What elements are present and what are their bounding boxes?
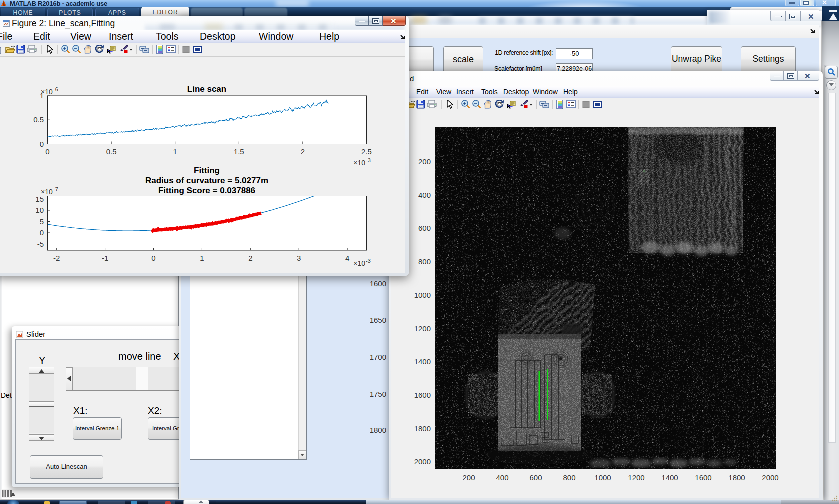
svg-text:-2: -2 [54, 254, 60, 262]
svg-text:2: 2 [248, 254, 252, 262]
svg-text:-6: -6 [54, 86, 58, 92]
svg-text:0: 0 [40, 228, 44, 237]
svg-text:Fitting: Fitting [194, 166, 220, 176]
svg-text:Radius of curvature = 5.0277m: Radius of curvature = 5.0277m [146, 176, 268, 186]
svg-text:10: 10 [36, 206, 44, 214]
svg-text:×10: ×10 [354, 159, 366, 167]
svg-text:0: 0 [152, 254, 156, 262]
svg-text:-1: -1 [102, 254, 108, 262]
svg-text:1.5: 1.5 [234, 148, 244, 156]
svg-text:-7: -7 [54, 186, 58, 192]
svg-text:2: 2 [301, 148, 305, 156]
svg-text:1: 1 [200, 254, 204, 262]
svg-text:-3: -3 [366, 258, 371, 264]
svg-text:0.5: 0.5 [34, 116, 44, 124]
svg-text:3: 3 [297, 254, 301, 262]
svg-text:1: 1 [40, 92, 44, 100]
svg-text:-3: -3 [366, 158, 371, 164]
svg-text:Fitting Score = 0.037886: Fitting Score = 0.037886 [158, 186, 256, 196]
svg-text:0.5: 0.5 [106, 148, 117, 156]
svg-text:2.5: 2.5 [362, 148, 372, 156]
svg-text:5: 5 [40, 218, 44, 226]
svg-text:×10: ×10 [354, 260, 366, 268]
svg-text:0: 0 [40, 140, 44, 148]
svg-text:1: 1 [174, 148, 178, 156]
svg-text:Line scan: Line scan [188, 84, 226, 94]
svg-text:4: 4 [346, 254, 350, 262]
svg-text:-5: -5 [38, 240, 44, 248]
svg-text:15: 15 [36, 195, 44, 204]
svg-text:0: 0 [46, 148, 50, 156]
